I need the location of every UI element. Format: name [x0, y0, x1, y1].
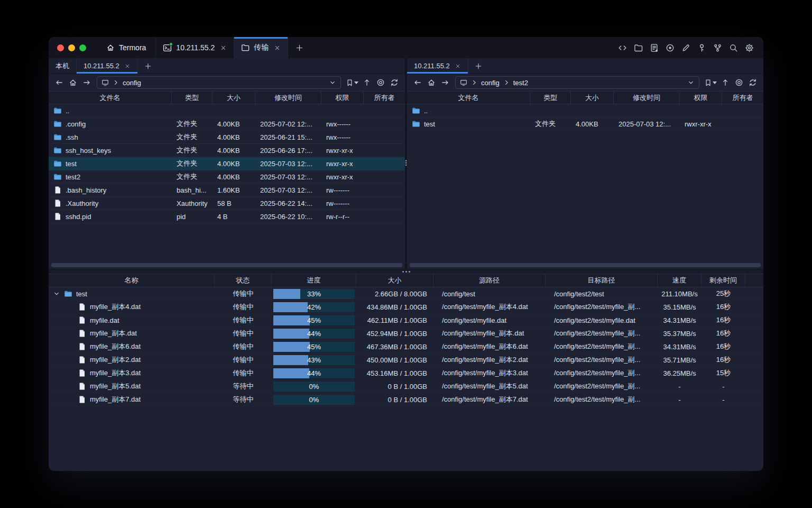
code-icon[interactable] — [618, 43, 627, 52]
chevron-down-icon[interactable] — [329, 79, 336, 86]
pane-new-tab-button[interactable] — [138, 58, 158, 74]
transfer-row[interactable]: myfile_副本3.dat 传输中 44% 453.16MB / 1.00GB… — [49, 367, 763, 380]
file-row[interactable]: .. — [49, 104, 405, 117]
pane-tab-remote[interactable]: 10.211.55.2 — [407, 58, 468, 74]
file-row[interactable]: test 文件夹 4.00KB 2025-07-03 12:... rwxr-x… — [407, 117, 763, 131]
refresh-button[interactable] — [746, 76, 759, 89]
column-header-modified[interactable]: 修改时间 — [255, 92, 321, 104]
horizontal-scrollbar[interactable] — [407, 261, 763, 269]
path-input[interactable]: config — [97, 76, 341, 89]
column-header-size[interactable]: 大小 — [571, 92, 614, 104]
file-row[interactable]: sshd.pid pid 4 B 2025-06-22 10:... rw-r-… — [49, 210, 405, 223]
edit-icon[interactable] — [681, 43, 690, 52]
column-header-speed[interactable]: 速度 — [658, 274, 702, 287]
record-icon[interactable] — [666, 43, 675, 52]
forward-button[interactable] — [439, 76, 451, 89]
scrollbar-thumb[interactable] — [410, 263, 761, 267]
refresh-button[interactable] — [388, 76, 401, 89]
parent-dir-button[interactable] — [719, 76, 732, 89]
path-segment[interactable]: config — [481, 79, 500, 87]
collapse-icon[interactable] — [53, 290, 60, 297]
caret-down-icon — [713, 81, 717, 84]
tab-home[interactable]: Termora — [97, 37, 155, 58]
transfer-row[interactable]: myfile_副本4.dat 传输中 42% 434.86MB / 1.00GB… — [49, 301, 763, 314]
parent-dir-button[interactable] — [361, 76, 373, 89]
column-header-size[interactable]: 大小 — [213, 92, 255, 104]
search-icon[interactable] — [729, 43, 738, 52]
transfer-row[interactable]: myfile.dat 传输中 45% 462.11MB / 1.00GB /co… — [49, 314, 763, 327]
bookmark-button[interactable] — [703, 79, 718, 87]
show-hidden-button[interactable] — [374, 76, 387, 89]
transfer-row[interactable]: test 传输中 33% 2.66GB / 8.00GB /config/tes… — [49, 287, 763, 301]
scrollbar-thumb[interactable] — [51, 263, 402, 267]
transfer-row[interactable]: myfile_副本6.dat 传输中 45% 467.36MB / 1.00GB… — [49, 340, 763, 353]
column-header-perm[interactable]: 权限 — [321, 92, 364, 104]
column-header-owner[interactable]: 所有者 — [722, 92, 763, 104]
column-header-owner[interactable]: 所有者 — [364, 92, 405, 104]
column-header-progress[interactable]: 进度 — [272, 274, 356, 287]
column-header-status[interactable]: 状态 — [215, 274, 272, 287]
show-hidden-button[interactable] — [733, 76, 745, 89]
panes-splitter[interactable]: ••• — [405, 58, 407, 269]
column-header-name[interactable]: 名称 — [49, 274, 215, 287]
file-row[interactable]: .config 文件夹 4.00KB 2025-07-02 12:... rwx… — [49, 117, 405, 131]
transfer-splitter[interactable] — [49, 269, 763, 274]
transfer-row[interactable]: myfile_副本2.dat 传输中 43% 450.00MB / 1.00GB… — [49, 353, 763, 367]
file-row[interactable]: .bash_history bash_hi... 1.60KB 2025-07-… — [49, 184, 405, 197]
close-icon[interactable] — [124, 63, 131, 69]
close-window-button[interactable] — [57, 44, 64, 51]
pane-tab-remote[interactable]: 10.211.55.2 — [77, 58, 138, 74]
forward-button[interactable] — [80, 76, 93, 89]
column-header-perm[interactable]: 权限 — [680, 92, 722, 104]
refresh-icon — [390, 78, 399, 87]
file-row[interactable]: ssh_host_keys 文件夹 4.00KB 2025-06-26 17:.… — [49, 144, 405, 157]
pane-new-tab-button[interactable] — [468, 58, 488, 74]
home-button[interactable] — [67, 76, 79, 89]
column-header-target[interactable]: 目标路径 — [546, 274, 658, 287]
minimize-window-button[interactable] — [68, 44, 75, 51]
column-header-size[interactable]: 大小 — [356, 274, 433, 287]
chevron-down-icon[interactable] — [687, 79, 695, 86]
path-segment[interactable]: config — [123, 79, 141, 87]
pane-tab-local[interactable]: 本机 — [49, 58, 77, 74]
column-header-type[interactable]: 类型 — [530, 92, 571, 104]
transfer-row[interactable]: myfile_副本.dat 传输中 44% 452.94MB / 1.00GB … — [49, 327, 763, 340]
path-segment[interactable]: test2 — [513, 79, 528, 87]
branch-icon[interactable] — [713, 43, 722, 52]
close-icon[interactable] — [455, 63, 461, 69]
path-input[interactable]: config test2 — [455, 76, 699, 89]
tab-host-session[interactable]: 10.211.55.2 — [155, 37, 234, 58]
file-row[interactable]: .. — [407, 104, 763, 117]
folder-icon[interactable] — [634, 43, 643, 52]
file-row-selected[interactable]: test 文件夹 4.00KB 2025-07-03 12:... rwxr-x… — [49, 157, 405, 170]
new-tab-button[interactable] — [288, 37, 311, 58]
splitter-handle-icon — [402, 271, 410, 273]
file-row[interactable]: test2 文件夹 4.00KB 2025-07-03 12:... rwxr-… — [49, 170, 405, 184]
file-row[interactable]: .Xauthority Xauthority 58 B 2025-06-22 1… — [49, 197, 405, 210]
column-header-source[interactable]: 源路径 — [433, 274, 546, 287]
column-header-modified[interactable]: 修改时间 — [614, 92, 680, 104]
tab-transfer[interactable]: 传输 — [234, 37, 288, 58]
titlebar: Termora 10.211.55.2 传输 — [49, 37, 763, 58]
settings-icon[interactable] — [745, 43, 754, 52]
log-icon[interactable] — [650, 43, 659, 52]
key-icon[interactable] — [697, 43, 706, 52]
transfer-item-name: myfile_副本2.dat — [90, 355, 141, 365]
progress-bar: 44% — [273, 368, 355, 378]
column-header-remaining[interactable]: 剩余时间 — [702, 274, 745, 287]
close-icon[interactable] — [274, 44, 281, 51]
bookmark-button[interactable] — [345, 79, 359, 87]
transfer-row[interactable]: myfile_副本5.dat 等待中 0% 0 B / 1.00GB /conf… — [49, 380, 763, 393]
home-button[interactable] — [425, 76, 438, 89]
back-button[interactable] — [53, 76, 66, 89]
transfer-row[interactable]: myfile_副本7.dat 等待中 0% 0 B / 1.00GB /conf… — [49, 393, 763, 406]
column-header-name[interactable]: 文件名 — [49, 92, 172, 104]
fullscreen-window-button[interactable] — [79, 44, 86, 51]
terminal-icon — [163, 43, 172, 52]
file-row[interactable]: .ssh 文件夹 4.00KB 2025-06-21 15:... rwx---… — [49, 131, 405, 144]
close-icon[interactable] — [220, 44, 227, 51]
column-header-type[interactable]: 类型 — [172, 92, 213, 104]
horizontal-scrollbar[interactable] — [49, 261, 405, 269]
back-button[interactable] — [411, 76, 424, 89]
column-header-name[interactable]: 文件名 — [407, 92, 530, 104]
